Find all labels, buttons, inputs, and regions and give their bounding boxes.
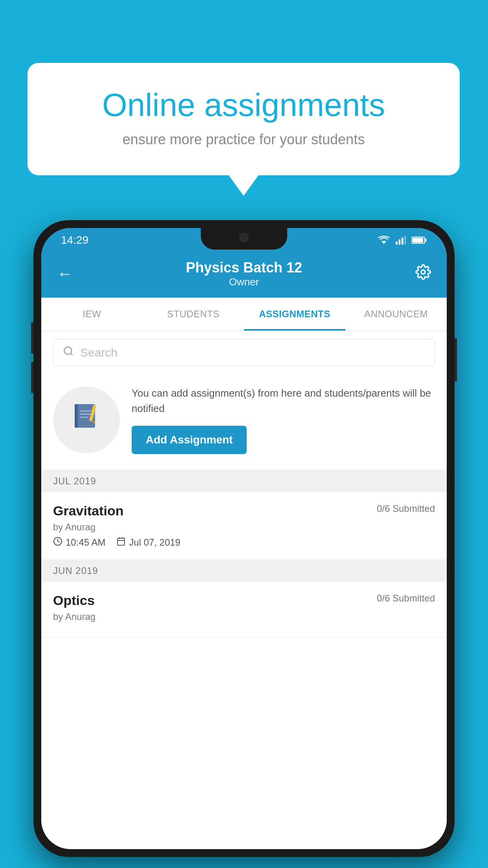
header-title: Physics Batch 12 bbox=[73, 259, 415, 276]
assignment-item-gravitation[interactable]: Gravitation 0/6 Submitted by Anurag bbox=[41, 492, 447, 560]
content-area: Search bbox=[41, 331, 447, 849]
header-center: Physics Batch 12 Owner bbox=[73, 259, 415, 288]
svg-rect-19 bbox=[117, 538, 125, 545]
assignment-meta: 10:45 AM Jul 07, 201 bbox=[53, 537, 435, 548]
assignment-submitted-optics: 0/6 Submitted bbox=[377, 593, 435, 604]
search-input-wrapper[interactable]: Search bbox=[53, 339, 435, 366]
speech-bubble: Online assignments ensure more practice … bbox=[28, 63, 460, 175]
notebook-icon bbox=[71, 401, 102, 439]
header-subtitle: Owner bbox=[73, 276, 415, 288]
svg-rect-16 bbox=[80, 414, 91, 415]
status-time: 14:29 bbox=[61, 234, 88, 246]
power-button bbox=[455, 338, 457, 381]
assignment-submitted: 0/6 Submitted bbox=[377, 503, 435, 514]
bubble-subtitle: ensure more practice for your students bbox=[59, 131, 428, 148]
phone-screen: 14:29 bbox=[41, 228, 447, 849]
settings-icon[interactable] bbox=[415, 264, 431, 283]
assignment-by-optics: by Anurag bbox=[53, 611, 435, 622]
search-icon bbox=[63, 346, 74, 359]
calendar-icon bbox=[116, 537, 126, 548]
promo-icon-circle bbox=[53, 386, 120, 453]
svg-rect-12 bbox=[75, 404, 78, 428]
phone-notch bbox=[201, 228, 287, 250]
svg-rect-2 bbox=[398, 239, 400, 245]
back-button[interactable]: ← bbox=[57, 265, 73, 283]
battery-icon bbox=[411, 236, 427, 244]
svg-rect-7 bbox=[412, 238, 423, 243]
speech-bubble-container: Online assignments ensure more practice … bbox=[28, 63, 460, 175]
svg-point-9 bbox=[64, 347, 72, 355]
phone-device: 14:29 bbox=[33, 220, 455, 857]
month-separator-jul: JUL 2019 bbox=[41, 470, 447, 492]
assignment-date: Jul 07, 2019 bbox=[116, 537, 180, 548]
volume-up-button bbox=[31, 322, 33, 354]
tab-announcements[interactable]: ANNOUNCEM bbox=[345, 298, 447, 331]
svg-rect-6 bbox=[425, 239, 426, 242]
assignment-name: Gravitation bbox=[53, 503, 123, 519]
assignment-name-optics: Optics bbox=[53, 593, 95, 608]
svg-rect-1 bbox=[396, 242, 398, 245]
tabs-bar: IEW STUDENTS ASSIGNMENTS ANNOUNCEM bbox=[41, 298, 447, 331]
bubble-title: Online assignments bbox=[59, 86, 428, 123]
time-value: 10:45 AM bbox=[66, 537, 105, 548]
svg-rect-3 bbox=[402, 238, 404, 245]
svg-rect-4 bbox=[404, 236, 406, 245]
assignment-header: Gravitation 0/6 Submitted bbox=[53, 503, 435, 519]
assignment-by: by Anurag bbox=[53, 522, 435, 533]
assignment-time: 10:45 AM bbox=[53, 537, 105, 548]
volume-down-button bbox=[31, 362, 33, 393]
svg-rect-17 bbox=[80, 417, 88, 418]
svg-line-10 bbox=[70, 353, 72, 355]
wifi-icon bbox=[378, 235, 390, 245]
add-assignment-button[interactable]: Add Assignment bbox=[132, 426, 247, 454]
signal-icon bbox=[396, 235, 406, 245]
promo-content: You can add assignment(s) from here and … bbox=[132, 386, 435, 454]
phone-outer: 14:29 bbox=[33, 220, 455, 857]
svg-marker-0 bbox=[382, 241, 386, 244]
tab-students[interactable]: STUDENTS bbox=[143, 298, 244, 331]
search-placeholder: Search bbox=[80, 346, 117, 359]
status-icons bbox=[378, 235, 427, 245]
tab-iew[interactable]: IEW bbox=[41, 298, 143, 331]
app-header: ← Physics Batch 12 Owner bbox=[41, 252, 447, 298]
svg-rect-15 bbox=[80, 410, 91, 412]
date-value: Jul 07, 2019 bbox=[129, 537, 180, 548]
assignment-item-optics[interactable]: Optics 0/6 Submitted by Anurag bbox=[41, 582, 447, 638]
search-bar-container: Search bbox=[41, 331, 447, 374]
month-separator-jun: JUN 2019 bbox=[41, 560, 447, 582]
promo-card: You can add assignment(s) from here and … bbox=[41, 374, 447, 470]
svg-point-8 bbox=[421, 270, 425, 274]
clock-icon bbox=[53, 537, 62, 548]
promo-text: You can add assignment(s) from here and … bbox=[132, 386, 435, 416]
front-camera bbox=[239, 233, 249, 242]
assignment-header-optics: Optics 0/6 Submitted bbox=[53, 593, 435, 608]
tab-assignments[interactable]: ASSIGNMENTS bbox=[244, 298, 345, 331]
